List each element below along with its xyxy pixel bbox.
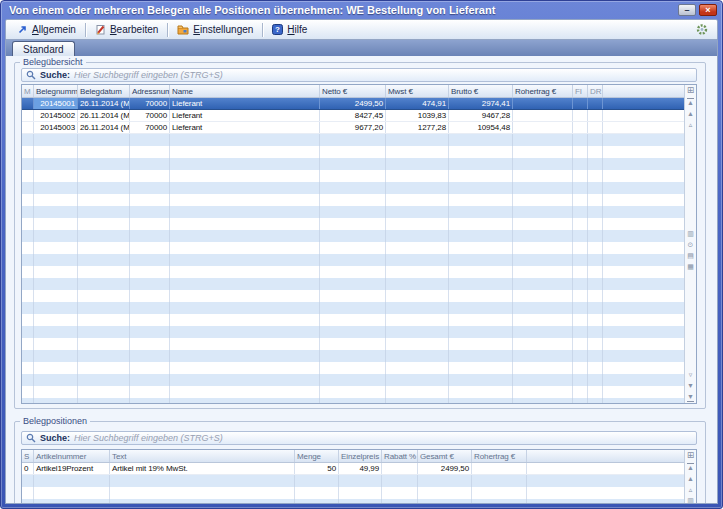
column-header[interactable]: Einzelpreis €: [339, 450, 382, 462]
empty-row[interactable]: [22, 290, 684, 302]
column-chooser-icon[interactable]: ⊞: [687, 86, 695, 95]
column-header[interactable]: Rabatt %: [382, 450, 418, 462]
empty-row[interactable]: [22, 314, 684, 326]
empty-row[interactable]: [22, 350, 684, 362]
column-header[interactable]: S: [22, 450, 34, 462]
cell: [78, 134, 130, 146]
cell: [573, 314, 588, 326]
cell: [110, 475, 295, 487]
cell: [573, 98, 588, 109]
table-row[interactable]: 2014500126.11.2014 (Mi70000Lieferant2499…: [22, 98, 684, 110]
empty-row[interactable]: [22, 302, 684, 314]
close-button[interactable]: ×: [699, 4, 717, 16]
page-down-icon[interactable]: ▿: [689, 371, 693, 379]
cell: [386, 254, 449, 266]
cell: [449, 302, 513, 314]
cell: [320, 290, 386, 302]
column-chooser-icon[interactable]: ⊞: [687, 451, 695, 460]
column-header[interactable]: Menge: [295, 450, 339, 462]
empty-row[interactable]: [22, 218, 684, 230]
tab-standard[interactable]: Standard: [12, 41, 75, 56]
page-up-icon[interactable]: ▵: [689, 486, 693, 494]
cell: [110, 499, 295, 504]
mark-row-icon[interactable]: ▦: [687, 263, 694, 271]
column-header[interactable]: Belegnumme: [34, 85, 78, 97]
scroll-to-bottom-icon[interactable]: ▼: [687, 393, 694, 402]
empty-row[interactable]: [22, 230, 684, 242]
column-header[interactable]: Name: [170, 85, 320, 97]
bearbeiten-button[interactable]: Bearbeiten: [88, 21, 165, 38]
cell: [339, 499, 382, 504]
einstellungen-button[interactable]: Einstellungen: [170, 21, 260, 38]
empty-row[interactable]: [22, 158, 684, 170]
empty-row[interactable]: [22, 170, 684, 182]
gear-icon[interactable]: [695, 23, 709, 36]
search-rows-icon[interactable]: ⊙: [688, 241, 694, 249]
empty-row[interactable]: [22, 194, 684, 206]
column-header[interactable]: DR: [588, 85, 603, 97]
beleguebersicht-searchbar[interactable]: Suche:: [21, 68, 697, 82]
scroll-to-top-icon[interactable]: ▲: [687, 463, 694, 472]
empty-row[interactable]: [22, 242, 684, 254]
cell: [320, 134, 386, 146]
beleguebersicht-search-input[interactable]: [74, 69, 692, 81]
cell: [22, 499, 34, 504]
table-row[interactable]: 2014500326.11.2014 (Mi70000Lieferant9677…: [22, 122, 684, 134]
column-header[interactable]: Rohertrag €: [472, 450, 527, 462]
empty-row[interactable]: [22, 254, 684, 266]
scroll-up-icon[interactable]: ▲: [687, 110, 694, 118]
empty-row[interactable]: [22, 206, 684, 218]
empty-row[interactable]: [22, 499, 684, 504]
cell: [320, 254, 386, 266]
empty-row[interactable]: [22, 146, 684, 158]
cell: [130, 302, 170, 314]
cell: 10954,48: [449, 122, 513, 133]
empty-row[interactable]: [22, 326, 684, 338]
empty-row[interactable]: [22, 374, 684, 386]
goto-row-icon[interactable]: ▤: [687, 252, 694, 260]
empty-row[interactable]: [22, 182, 684, 194]
cell: [513, 338, 573, 350]
column-header[interactable]: Brutto €: [449, 85, 513, 97]
cell: [34, 338, 78, 350]
column-header[interactable]: FI: [573, 85, 588, 97]
empty-row[interactable]: [22, 386, 684, 398]
table-row[interactable]: 0Artikel19ProzentArtikel mit 19% MwSt.50…: [22, 463, 684, 475]
allgemein-button[interactable]: Allgemein: [10, 21, 83, 38]
hilfe-button[interactable]: ? Hilfe: [265, 21, 314, 38]
cell: 20145001: [34, 98, 78, 109]
column-header[interactable]: Netto €: [320, 85, 386, 97]
empty-row[interactable]: [22, 338, 684, 350]
ruler-icon[interactable]: ▥: [687, 497, 694, 504]
empty-row[interactable]: [22, 487, 684, 499]
cell: [22, 194, 34, 206]
scroll-to-top-icon[interactable]: ▲: [687, 98, 694, 107]
column-header[interactable]: Gesamt €: [418, 450, 472, 462]
column-header[interactable]: Adressnumm: [130, 85, 170, 97]
cell: [386, 242, 449, 254]
column-header[interactable]: Rohertrag €: [513, 85, 573, 97]
minimize-button[interactable]: –: [678, 4, 696, 16]
empty-row[interactable]: [22, 266, 684, 278]
empty-row[interactable]: [22, 134, 684, 146]
table-row[interactable]: 2014500226.11.2014 (Mi70000Lieferant8427…: [22, 110, 684, 122]
column-header[interactable]: Mwst €: [386, 85, 449, 97]
empty-row[interactable]: [22, 398, 684, 403]
belegpositionen-searchbar[interactable]: Suche:: [21, 431, 697, 445]
beleguebersicht-table: MBelegnummeBelegdatumAdressnummNameNetto…: [21, 84, 697, 404]
column-header[interactable]: Belegdatum: [78, 85, 130, 97]
column-header[interactable]: M: [22, 85, 34, 97]
column-header[interactable]: Text: [110, 450, 295, 462]
empty-row[interactable]: [22, 475, 684, 487]
empty-row[interactable]: [22, 362, 684, 374]
cell: Lieferant: [170, 122, 320, 133]
ruler-icon[interactable]: ▥: [687, 230, 694, 238]
scroll-down-icon[interactable]: ▼: [687, 382, 694, 390]
titlebar[interactable]: Von einem oder mehreren Belegen alle Pos…: [1, 1, 722, 19]
scroll-up-icon[interactable]: ▲: [687, 475, 694, 483]
page-up-icon[interactable]: ▵: [689, 121, 693, 129]
empty-row[interactable]: [22, 278, 684, 290]
belegpositionen-search-input[interactable]: [74, 432, 692, 444]
cell: [418, 499, 472, 504]
column-header[interactable]: Artikelnummer: [34, 450, 110, 462]
